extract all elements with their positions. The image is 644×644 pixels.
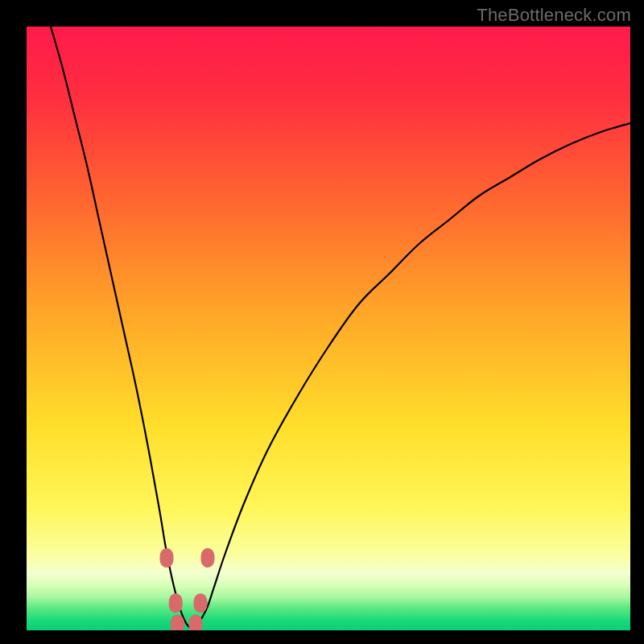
chart-curve [27,27,630,630]
frame-outer: TheBottleneck.com [0,0,644,644]
curve-marker [160,548,174,568]
plot-area [27,27,630,630]
curve-marker [171,615,184,631]
watermark-text: TheBottleneck.com [477,5,631,26]
curve-marker [189,615,203,631]
curve-marker [201,548,215,568]
curve-marker [194,593,208,613]
curve-marker [169,593,183,613]
